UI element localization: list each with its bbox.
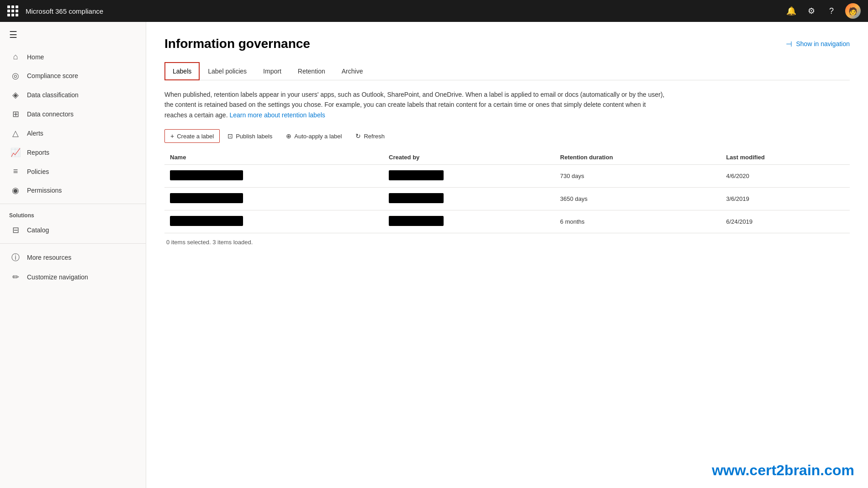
pin-icon: ⊣ <box>786 40 792 48</box>
sidebar-item-catalog[interactable]: ⊟ Catalog <box>0 220 146 240</box>
plus-icon: + <box>170 132 174 140</box>
sidebar-item-customize-navigation[interactable]: ✏ Customize navigation <box>0 268 146 287</box>
bell-icon[interactable]: 🔔 <box>785 5 798 17</box>
sidebar-item-reports[interactable]: 📈 Reports <box>0 143 146 162</box>
sidebar-divider-1 <box>0 204 146 204</box>
table-row[interactable]: 3650 days 3/6/2019 <box>164 188 850 210</box>
data-connectors-icon: ⊞ <box>11 109 21 119</box>
refresh-icon: ↻ <box>355 132 361 140</box>
learn-more-link[interactable]: Learn more about retention labels <box>229 111 325 119</box>
col-header-name: Name <box>164 150 383 165</box>
create-label-button[interactable]: + Create a label <box>164 129 220 143</box>
customize-nav-icon: ✏ <box>11 272 21 282</box>
sidebar-item-permissions[interactable]: ◉ Permissions <box>0 181 146 200</box>
col-header-retention-duration: Retention duration <box>555 150 720 165</box>
publish-icon: ⊡ <box>228 132 233 140</box>
cell-created-by-1 <box>383 165 555 188</box>
more-resources-icon: ⓘ <box>11 252 21 263</box>
description-text: When published, retention labels appear … <box>164 89 667 120</box>
sidebar-item-more-resources[interactable]: ⓘ More resources <box>0 247 146 268</box>
help-icon[interactable]: ? <box>825 5 838 17</box>
cell-name-3 <box>164 210 383 233</box>
auto-apply-icon: ⊕ <box>286 132 291 140</box>
hamburger-button[interactable]: ☰ <box>0 22 146 47</box>
auto-apply-button[interactable]: ⊕ Auto-apply a label <box>280 129 348 143</box>
cell-modified-1: 4/6/2020 <box>720 165 850 188</box>
topbar-icons: 🔔 ⚙ ? 🧑 <box>785 3 861 19</box>
sidebar-divider-2 <box>0 243 146 244</box>
labels-table: Name Created by Retention duration Last … <box>164 150 850 233</box>
col-header-created-by: Created by <box>383 150 555 165</box>
app-title: Microsoft 365 compliance <box>26 7 785 15</box>
main-content: Information governance ⊣ Show in navigat… <box>146 22 868 488</box>
compliance-score-icon: ◎ <box>11 71 21 81</box>
cell-retention-2: 3650 days <box>555 188 720 210</box>
redacted-name-1 <box>170 170 243 180</box>
catalog-icon: ⊟ <box>11 225 21 235</box>
col-header-last-modified: Last modified <box>720 150 850 165</box>
redacted-name-3 <box>170 216 243 226</box>
permissions-icon: ◉ <box>11 185 21 195</box>
page-title: Information governance <box>164 37 310 51</box>
cell-retention-1: 730 days <box>555 165 720 188</box>
tab-import[interactable]: Import <box>255 62 290 80</box>
tab-label-policies[interactable]: Label policies <box>200 62 255 80</box>
table-footer: 0 items selected. 3 items loaded. <box>164 233 850 251</box>
avatar[interactable]: 🧑 <box>845 3 861 19</box>
data-classification-icon: ◈ <box>11 90 21 100</box>
gear-icon[interactable]: ⚙ <box>805 5 818 17</box>
sidebar-item-data-classification[interactable]: ◈ Data classification <box>0 85 146 105</box>
home-icon: ⌂ <box>11 52 21 62</box>
reports-icon: 📈 <box>11 147 21 157</box>
table-row[interactable]: 6 months 6/24/2019 <box>164 210 850 233</box>
tab-retention[interactable]: Retention <box>290 62 333 80</box>
tab-labels[interactable]: Labels <box>164 62 200 80</box>
redacted-name-2 <box>170 193 243 203</box>
cell-name-1 <box>164 165 383 188</box>
cell-modified-3: 6/24/2019 <box>720 210 850 233</box>
cell-created-by-3 <box>383 210 555 233</box>
table-row[interactable]: 730 days 4/6/2020 <box>164 165 850 188</box>
toolbar: + Create a label ⊡ Publish labels ⊕ Auto… <box>164 129 850 143</box>
cell-created-by-2 <box>383 188 555 210</box>
topbar: Microsoft 365 compliance 🔔 ⚙ ? 🧑 <box>0 0 868 22</box>
tab-archive[interactable]: Archive <box>333 62 371 80</box>
cell-modified-2: 3/6/2019 <box>720 188 850 210</box>
alerts-icon: △ <box>11 128 21 138</box>
publish-labels-button[interactable]: ⊡ Publish labels <box>222 129 278 143</box>
waffle-menu[interactable] <box>7 5 18 16</box>
sidebar-item-home[interactable]: ⌂ Home <box>0 47 146 66</box>
sidebar-item-policies[interactable]: ≡ Policies <box>0 162 146 181</box>
sidebar: ☰ ⌂ Home ◎ Compliance score ◈ Data class… <box>0 22 146 488</box>
show-in-navigation-button[interactable]: ⊣ Show in navigation <box>786 40 850 48</box>
solutions-section-label: Solutions <box>0 208 146 220</box>
redacted-created-1 <box>389 170 444 180</box>
page-title-row: Information governance ⊣ Show in navigat… <box>164 37 850 51</box>
redacted-created-2 <box>389 193 444 203</box>
sidebar-item-data-connectors[interactable]: ⊞ Data connectors <box>0 105 146 124</box>
refresh-button[interactable]: ↻ Refresh <box>349 129 391 143</box>
sidebar-item-alerts[interactable]: △ Alerts <box>0 124 146 143</box>
table-header-row: Name Created by Retention duration Last … <box>164 150 850 165</box>
cell-name-2 <box>164 188 383 210</box>
policies-icon: ≡ <box>11 167 21 176</box>
redacted-created-3 <box>389 216 444 226</box>
sidebar-item-compliance-score[interactable]: ◎ Compliance score <box>0 66 146 85</box>
tabs: Labels Label policies Import Retention A… <box>164 62 850 80</box>
cell-retention-3: 6 months <box>555 210 720 233</box>
